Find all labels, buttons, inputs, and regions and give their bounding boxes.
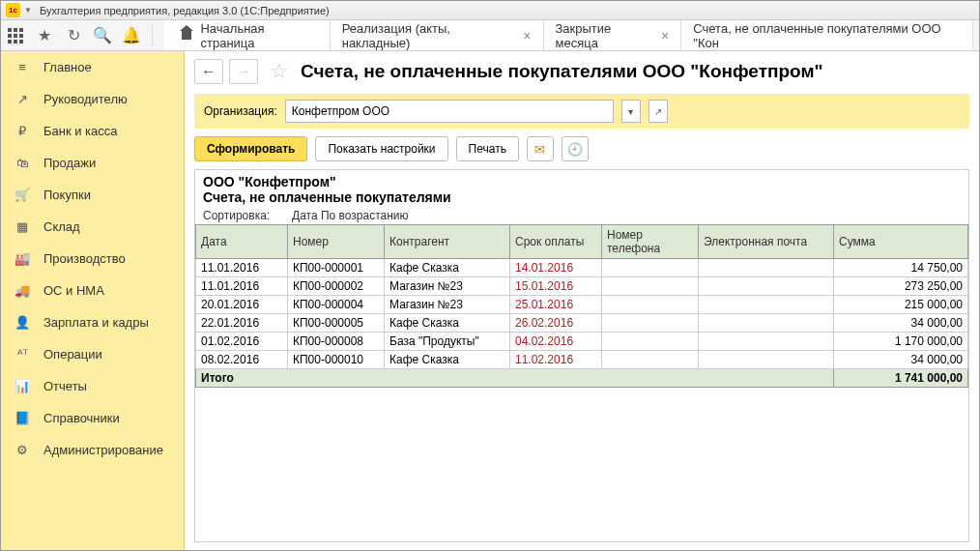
sidebar-label: Склад [43, 219, 80, 234]
cell-email [699, 277, 834, 296]
cell-sum: 34 000,00 [834, 314, 968, 333]
col-phone: Номер телефона [602, 225, 699, 259]
cell-phone [602, 351, 699, 369]
org-filter-label: Организация: [204, 104, 277, 118]
filter-bar: Организация: Конфетпром ООО ▾ ↗ [194, 94, 969, 129]
sidebar-icon: ₽ [14, 124, 30, 138]
col-due: Срок оплаты [510, 225, 602, 259]
app-logo-icon: 1c [6, 3, 20, 17]
sidebar-icon: 📘 [14, 411, 30, 425]
table-row[interactable]: 11.01.2016КП00-000001Кафе Сказка14.01.20… [196, 259, 968, 277]
show-settings-button[interactable]: Показать настройки [315, 136, 447, 161]
report-name-title: Счета, не оплаченные покупателями [195, 189, 968, 207]
sidebar-item-4[interactable]: 🛒Покупки [1, 179, 184, 211]
sort-label: Сортировка: [203, 209, 292, 222]
sidebar-item-8[interactable]: 👤Зарплата и кадры [1, 306, 184, 338]
clock-button[interactable]: 🕘 [562, 136, 589, 161]
cell-email [699, 314, 834, 333]
sidebar-item-9[interactable]: ᴬᵀОперации [1, 338, 184, 370]
cell-num: КП00-000005 [288, 314, 385, 333]
main-toolbar: ★ ↻ 🔍 🔔 Начальная страницаРеализация (ак… [1, 20, 979, 51]
sidebar-icon: 🚚 [14, 283, 30, 298]
cell-counterparty: Кафе Сказка [385, 351, 510, 369]
sidebar-item-3[interactable]: 🛍Продажи [1, 147, 184, 179]
form-report-button[interactable]: Сформировать [194, 136, 307, 161]
sidebar-item-10[interactable]: 📊Отчеты [1, 370, 184, 402]
forward-button[interactable]: → [229, 59, 258, 84]
window-title: Бухгалтерия предприятия, редакция 3.0 (1… [40, 5, 330, 16]
cell-sum: 34 000,00 [834, 351, 968, 369]
sidebar-label: Банк и касса [43, 124, 118, 138]
cell-date: 20.01.2016 [196, 296, 288, 314]
tab-3[interactable]: Счета, не оплаченные покупателями ООО "К… [681, 20, 973, 50]
apps-icon[interactable] [7, 27, 24, 44]
cell-date: 11.01.2016 [196, 259, 288, 277]
bell-icon[interactable]: 🔔 [123, 27, 140, 44]
cell-phone [602, 333, 699, 351]
cell-email [699, 296, 834, 314]
sidebar-item-12[interactable]: ⚙Администрирование [1, 434, 184, 466]
cell-phone [602, 314, 699, 333]
table-row[interactable]: 22.01.2016КП00-000005Кафе Сказка26.02.20… [196, 314, 968, 333]
favorite-star-icon[interactable]: ☆ [270, 59, 289, 84]
history-icon[interactable]: ↻ [65, 27, 82, 44]
content-area: ← → ☆ Счета, не оплаченные покупателями … [185, 51, 979, 550]
sidebar-item-7[interactable]: 🚚ОС и НМА [1, 275, 184, 306]
sidebar-item-1[interactable]: ↗Руководителю [1, 83, 184, 115]
sidebar-label: Главное [43, 60, 92, 74]
cell-num: КП00-000001 [288, 259, 385, 277]
sidebar-label: Администрирование [43, 443, 163, 457]
cell-email [699, 351, 834, 369]
star-icon[interactable]: ★ [36, 27, 53, 44]
sidebar-item-6[interactable]: 🏭Производство [1, 243, 184, 275]
cell-sum: 1 170 000,00 [834, 333, 968, 351]
report-table: Дата Номер Контрагент Срок оплаты Номер … [195, 224, 968, 388]
back-button[interactable]: ← [194, 59, 223, 84]
sidebar-label: Операции [43, 347, 102, 362]
total-sum: 1 741 000,00 [834, 369, 968, 388]
email-button[interactable]: ✉ [527, 136, 554, 161]
cell-phone [602, 296, 699, 314]
window-titlebar: 1c ▼ Бухгалтерия предприятия, редакция 3… [1, 1, 979, 20]
cell-sum: 14 750,00 [834, 259, 968, 277]
cell-phone [602, 259, 699, 277]
sidebar-icon: ⚙ [14, 443, 30, 457]
cell-date: 11.01.2016 [196, 277, 288, 296]
app-menu-chevron-icon[interactable]: ▼ [24, 6, 32, 14]
table-row[interactable]: 01.02.2016КП00-000008База "Продукты"04.0… [196, 333, 968, 351]
tab-label: Начальная страница [200, 21, 317, 50]
cell-counterparty: База "Продукты" [385, 333, 510, 351]
sort-value: Дата По возрастанию [292, 209, 409, 222]
sidebar-icon: 🛍 [14, 156, 30, 170]
cell-email [699, 333, 834, 351]
sidebar-item-0[interactable]: ≡Главное [1, 51, 184, 83]
cell-date: 01.02.2016 [196, 333, 288, 351]
tab-1[interactable]: Реализация (акты, накладные)× [331, 20, 544, 50]
print-button[interactable]: Печать [456, 136, 519, 161]
col-email: Электронная почта [699, 225, 834, 259]
table-row[interactable]: 20.01.2016КП00-000004Магазин №2325.01.20… [196, 296, 968, 314]
org-open-button[interactable]: ↗ [649, 100, 668, 123]
cell-num: КП00-000002 [288, 277, 385, 296]
tab-2[interactable]: Закрытие месяца× [544, 20, 682, 50]
close-icon[interactable]: × [661, 28, 669, 44]
org-dropdown-button[interactable]: ▾ [621, 100, 641, 123]
sidebar-label: Производство [43, 251, 126, 266]
sidebar-icon: ▦ [14, 219, 30, 234]
sidebar-icon: ≡ [14, 60, 30, 74]
tab-label: Реализация (акты, накладные) [342, 21, 516, 50]
cell-num: КП00-000004 [288, 296, 385, 314]
cell-date: 22.01.2016 [196, 314, 288, 333]
total-label: Итого [196, 369, 834, 388]
sidebar-label: Продажи [43, 156, 96, 170]
sidebar-item-11[interactable]: 📘Справочники [1, 402, 184, 434]
sidebar-icon: 🏭 [14, 251, 30, 266]
close-icon[interactable]: × [523, 28, 531, 44]
search-icon[interactable]: 🔍 [94, 27, 111, 44]
table-row[interactable]: 11.01.2016КП00-000002Магазин №2315.01.20… [196, 277, 968, 296]
table-row[interactable]: 08.02.2016КП00-000010Кафе Сказка11.02.20… [196, 351, 968, 369]
sidebar-item-5[interactable]: ▦Склад [1, 211, 184, 243]
tab-0[interactable]: Начальная страница [164, 20, 331, 50]
org-filter-input[interactable]: Конфетпром ООО [285, 100, 614, 123]
sidebar-item-2[interactable]: ₽Банк и касса [1, 115, 184, 147]
